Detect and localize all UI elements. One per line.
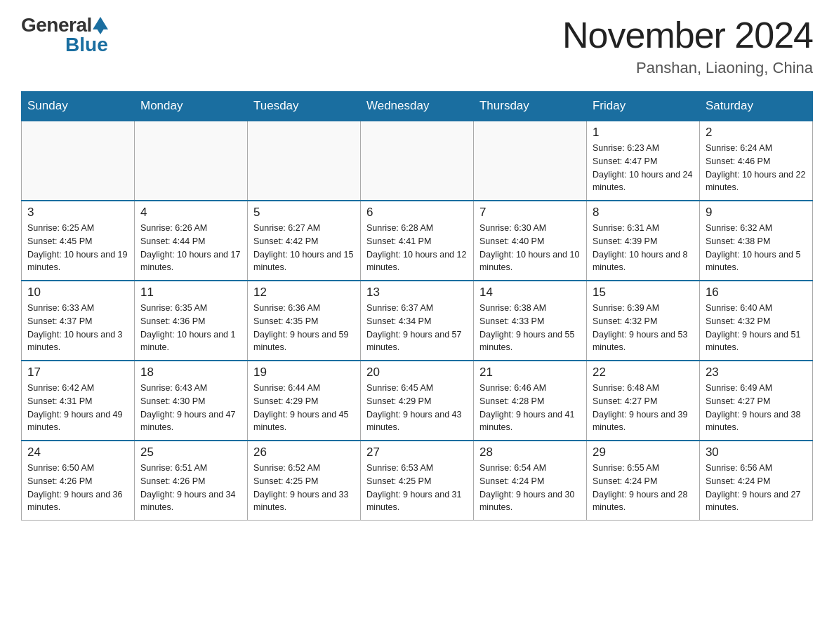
calendar-table: SundayMondayTuesdayWednesdayThursdayFrid… (21, 91, 813, 521)
day-info: Sunrise: 6:43 AMSunset: 4:30 PMDaylight:… (140, 382, 241, 434)
day-info: Sunrise: 6:48 AMSunset: 4:27 PMDaylight:… (593, 382, 694, 434)
calendar-cell: 20Sunrise: 6:45 AMSunset: 4:29 PMDayligh… (360, 361, 473, 441)
day-info: Sunrise: 6:24 AMSunset: 4:46 PMDaylight:… (706, 142, 807, 194)
calendar-week-row: 24Sunrise: 6:50 AMSunset: 4:26 PMDayligh… (22, 441, 813, 521)
calendar-cell (134, 121, 247, 201)
day-info: Sunrise: 6:54 AMSunset: 4:24 PMDaylight:… (479, 462, 581, 514)
day-number: 8 (593, 206, 694, 220)
logo-icon (93, 17, 108, 34)
calendar-day-header: Saturday (699, 92, 812, 121)
calendar-cell: 17Sunrise: 6:42 AMSunset: 4:31 PMDayligh… (22, 361, 135, 441)
month-year-title: November 2024 (562, 14, 813, 56)
day-info: Sunrise: 6:52 AMSunset: 4:25 PMDaylight:… (253, 462, 355, 514)
calendar-week-row: 17Sunrise: 6:42 AMSunset: 4:31 PMDayligh… (22, 361, 813, 441)
title-section: November 2024 Panshan, Liaoning, China (562, 14, 813, 77)
day-info: Sunrise: 6:51 AMSunset: 4:26 PMDaylight:… (140, 462, 241, 514)
calendar-cell: 30Sunrise: 6:56 AMSunset: 4:24 PMDayligh… (699, 441, 812, 521)
day-info: Sunrise: 6:31 AMSunset: 4:39 PMDaylight:… (593, 222, 694, 274)
calendar-day-header: Thursday (473, 92, 586, 121)
calendar-cell: 2Sunrise: 6:24 AMSunset: 4:46 PMDaylight… (699, 121, 812, 201)
day-info: Sunrise: 6:50 AMSunset: 4:26 PMDaylight:… (27, 462, 128, 514)
day-number: 21 (479, 365, 581, 380)
day-info: Sunrise: 6:25 AMSunset: 4:45 PMDaylight:… (27, 222, 128, 274)
day-number: 9 (706, 206, 807, 220)
day-info: Sunrise: 6:46 AMSunset: 4:28 PMDaylight:… (479, 382, 581, 434)
calendar-cell: 3Sunrise: 6:25 AMSunset: 4:45 PMDaylight… (22, 201, 135, 281)
day-info: Sunrise: 6:26 AMSunset: 4:44 PMDaylight:… (140, 222, 241, 274)
day-info: Sunrise: 6:49 AMSunset: 4:27 PMDaylight:… (706, 382, 807, 434)
day-info: Sunrise: 6:37 AMSunset: 4:34 PMDaylight:… (366, 302, 468, 354)
day-number: 6 (366, 206, 468, 220)
day-number: 13 (366, 286, 468, 300)
calendar-cell (247, 121, 360, 201)
day-info: Sunrise: 6:40 AMSunset: 4:32 PMDaylight:… (706, 302, 807, 354)
day-info: Sunrise: 6:30 AMSunset: 4:40 PMDaylight:… (479, 222, 581, 274)
logo-blue-text: Blue (65, 34, 108, 56)
day-number: 15 (593, 286, 694, 300)
calendar-cell: 21Sunrise: 6:46 AMSunset: 4:28 PMDayligh… (473, 361, 586, 441)
day-info: Sunrise: 6:32 AMSunset: 4:38 PMDaylight:… (706, 222, 807, 274)
day-info: Sunrise: 6:36 AMSunset: 4:35 PMDaylight:… (253, 302, 355, 354)
calendar-cell: 14Sunrise: 6:38 AMSunset: 4:33 PMDayligh… (473, 281, 586, 361)
calendar-week-row: 1Sunrise: 6:23 AMSunset: 4:47 PMDaylight… (22, 121, 813, 201)
calendar-cell: 13Sunrise: 6:37 AMSunset: 4:34 PMDayligh… (360, 281, 473, 361)
day-number: 23 (706, 365, 807, 380)
calendar-cell: 26Sunrise: 6:52 AMSunset: 4:25 PMDayligh… (247, 441, 360, 521)
calendar-cell: 9Sunrise: 6:32 AMSunset: 4:38 PMDaylight… (699, 201, 812, 281)
calendar-week-row: 3Sunrise: 6:25 AMSunset: 4:45 PMDaylight… (22, 201, 813, 281)
day-info: Sunrise: 6:39 AMSunset: 4:32 PMDaylight:… (593, 302, 694, 354)
calendar-cell: 6Sunrise: 6:28 AMSunset: 4:41 PMDaylight… (360, 201, 473, 281)
day-info: Sunrise: 6:53 AMSunset: 4:25 PMDaylight:… (366, 462, 468, 514)
calendar-cell: 16Sunrise: 6:40 AMSunset: 4:32 PMDayligh… (699, 281, 812, 361)
calendar-cell: 22Sunrise: 6:48 AMSunset: 4:27 PMDayligh… (586, 361, 699, 441)
day-number: 12 (253, 286, 355, 300)
calendar-cell: 23Sunrise: 6:49 AMSunset: 4:27 PMDayligh… (699, 361, 812, 441)
day-info: Sunrise: 6:42 AMSunset: 4:31 PMDaylight:… (27, 382, 128, 434)
day-number: 26 (253, 445, 355, 459)
day-info: Sunrise: 6:56 AMSunset: 4:24 PMDaylight:… (706, 462, 807, 514)
day-number: 29 (593, 445, 694, 459)
day-info: Sunrise: 6:33 AMSunset: 4:37 PMDaylight:… (27, 302, 128, 354)
day-info: Sunrise: 6:35 AMSunset: 4:36 PMDaylight:… (140, 302, 241, 354)
day-info: Sunrise: 6:55 AMSunset: 4:24 PMDaylight:… (593, 462, 694, 514)
day-number: 1 (593, 126, 694, 140)
day-info: Sunrise: 6:27 AMSunset: 4:42 PMDaylight:… (253, 222, 355, 274)
calendar-day-header: Wednesday (360, 92, 473, 121)
day-number: 19 (253, 365, 355, 380)
day-number: 28 (479, 445, 581, 459)
day-number: 3 (27, 206, 128, 220)
day-number: 16 (706, 286, 807, 300)
calendar-cell: 10Sunrise: 6:33 AMSunset: 4:37 PMDayligh… (22, 281, 135, 361)
calendar-week-row: 10Sunrise: 6:33 AMSunset: 4:37 PMDayligh… (22, 281, 813, 361)
day-number: 5 (253, 206, 355, 220)
calendar-cell: 25Sunrise: 6:51 AMSunset: 4:26 PMDayligh… (134, 441, 247, 521)
day-info: Sunrise: 6:23 AMSunset: 4:47 PMDaylight:… (593, 142, 694, 194)
calendar-day-header: Sunday (22, 92, 135, 121)
day-number: 24 (27, 445, 128, 459)
calendar-cell (473, 121, 586, 201)
day-number: 10 (27, 286, 128, 300)
day-info: Sunrise: 6:28 AMSunset: 4:41 PMDaylight:… (366, 222, 468, 274)
calendar-cell: 28Sunrise: 6:54 AMSunset: 4:24 PMDayligh… (473, 441, 586, 521)
calendar-cell: 19Sunrise: 6:44 AMSunset: 4:29 PMDayligh… (247, 361, 360, 441)
calendar-cell: 29Sunrise: 6:55 AMSunset: 4:24 PMDayligh… (586, 441, 699, 521)
calendar-cell: 12Sunrise: 6:36 AMSunset: 4:35 PMDayligh… (247, 281, 360, 361)
location-title: Panshan, Liaoning, China (562, 59, 813, 77)
day-info: Sunrise: 6:45 AMSunset: 4:29 PMDaylight:… (366, 382, 468, 434)
day-number: 14 (479, 286, 581, 300)
day-number: 22 (593, 365, 694, 380)
day-number: 7 (479, 206, 581, 220)
day-info: Sunrise: 6:38 AMSunset: 4:33 PMDaylight:… (479, 302, 581, 354)
calendar-cell: 7Sunrise: 6:30 AMSunset: 4:40 PMDaylight… (473, 201, 586, 281)
day-number: 20 (366, 365, 468, 380)
calendar-cell: 15Sunrise: 6:39 AMSunset: 4:32 PMDayligh… (586, 281, 699, 361)
calendar-day-header: Tuesday (247, 92, 360, 121)
calendar-cell (22, 121, 135, 201)
page-header: General Blue November 2024 Panshan, Liao… (21, 14, 813, 77)
calendar-cell: 11Sunrise: 6:35 AMSunset: 4:36 PMDayligh… (134, 281, 247, 361)
calendar-cell: 27Sunrise: 6:53 AMSunset: 4:25 PMDayligh… (360, 441, 473, 521)
calendar-cell: 18Sunrise: 6:43 AMSunset: 4:30 PMDayligh… (134, 361, 247, 441)
logo: General Blue (21, 14, 108, 56)
calendar-cell: 4Sunrise: 6:26 AMSunset: 4:44 PMDaylight… (134, 201, 247, 281)
day-number: 18 (140, 365, 241, 380)
